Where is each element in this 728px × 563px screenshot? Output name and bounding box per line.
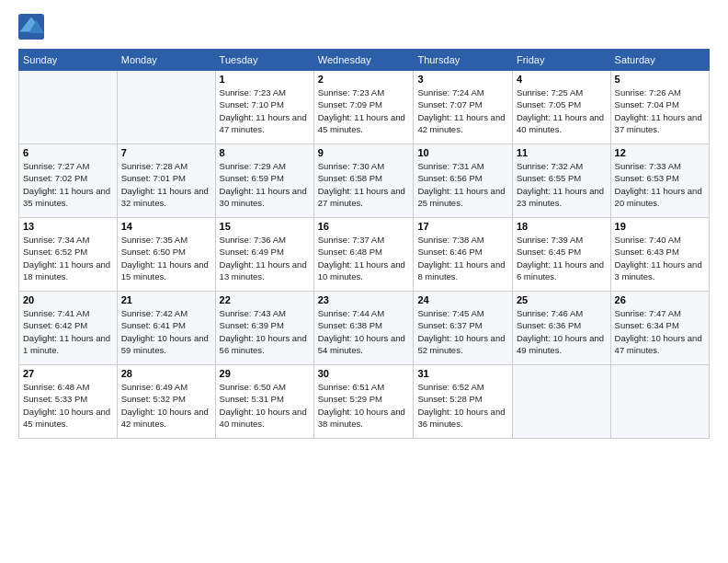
calendar-cell: 31Sunrise: 6:52 AM Sunset: 5:28 PM Dayli… <box>414 365 513 439</box>
calendar-cell: 17Sunrise: 7:38 AM Sunset: 6:46 PM Dayli… <box>414 218 513 292</box>
day-number: 7 <box>121 147 211 158</box>
day-info: Sunrise: 7:47 AM Sunset: 6:34 PM Dayligh… <box>615 307 705 356</box>
calendar-header: SundayMondayTuesdayWednesdayThursdayFrid… <box>19 50 710 71</box>
calendar-cell: 28Sunrise: 6:49 AM Sunset: 5:32 PM Dayli… <box>117 365 215 439</box>
calendar-cell: 1Sunrise: 7:23 AM Sunset: 7:10 PM Daylig… <box>215 71 313 144</box>
calendar-cell: 10Sunrise: 7:31 AM Sunset: 6:56 PM Dayli… <box>414 144 513 218</box>
day-info: Sunrise: 7:44 AM Sunset: 6:38 PM Dayligh… <box>318 307 410 356</box>
calendar-week-2: 6Sunrise: 7:27 AM Sunset: 7:02 PM Daylig… <box>19 144 710 218</box>
calendar-cell: 21Sunrise: 7:42 AM Sunset: 6:41 PM Dayli… <box>117 292 215 365</box>
day-info: Sunrise: 7:24 AM Sunset: 7:07 PM Dayligh… <box>417 86 508 135</box>
day-number: 6 <box>23 147 113 158</box>
calendar-table: SundayMondayTuesdayWednesdayThursdayFrid… <box>18 49 710 439</box>
day-number: 8 <box>220 147 310 158</box>
calendar-cell: 24Sunrise: 7:45 AM Sunset: 6:37 PM Dayli… <box>414 292 513 365</box>
day-info: Sunrise: 6:50 AM Sunset: 5:31 PM Dayligh… <box>220 381 310 430</box>
day-info: Sunrise: 7:45 AM Sunset: 6:37 PM Dayligh… <box>417 307 508 356</box>
day-number: 12 <box>615 147 705 158</box>
day-number: 30 <box>318 368 410 379</box>
calendar-cell: 29Sunrise: 6:50 AM Sunset: 5:31 PM Dayli… <box>215 365 313 439</box>
calendar-cell: 22Sunrise: 7:43 AM Sunset: 6:39 PM Dayli… <box>215 292 313 365</box>
day-info: Sunrise: 7:25 AM Sunset: 7:05 PM Dayligh… <box>517 86 607 135</box>
day-info: Sunrise: 7:39 AM Sunset: 6:45 PM Dayligh… <box>517 234 607 282</box>
calendar-cell: 14Sunrise: 7:35 AM Sunset: 6:50 PM Dayli… <box>117 218 215 292</box>
day-number: 15 <box>220 221 310 232</box>
weekday-header-thursday: Thursday <box>414 50 513 71</box>
day-info: Sunrise: 7:43 AM Sunset: 6:39 PM Dayligh… <box>220 307 310 356</box>
day-info: Sunrise: 7:23 AM Sunset: 7:09 PM Dayligh… <box>318 86 410 135</box>
day-number: 3 <box>417 74 508 85</box>
day-info: Sunrise: 7:36 AM Sunset: 6:49 PM Dayligh… <box>220 234 310 282</box>
calendar-cell: 27Sunrise: 6:48 AM Sunset: 5:33 PM Dayli… <box>19 365 118 439</box>
calendar-cell <box>610 365 709 439</box>
day-info: Sunrise: 7:32 AM Sunset: 6:55 PM Dayligh… <box>517 160 607 209</box>
day-info: Sunrise: 7:35 AM Sunset: 6:50 PM Dayligh… <box>121 234 211 282</box>
day-info: Sunrise: 7:38 AM Sunset: 6:46 PM Dayligh… <box>417 234 508 282</box>
day-number: 4 <box>517 74 607 85</box>
day-number: 22 <box>220 294 310 305</box>
weekday-header-friday: Friday <box>512 50 610 71</box>
calendar-body: 1Sunrise: 7:23 AM Sunset: 7:10 PM Daylig… <box>19 71 710 439</box>
day-number: 2 <box>318 74 410 85</box>
day-info: Sunrise: 7:40 AM Sunset: 6:43 PM Dayligh… <box>615 234 705 282</box>
day-number: 24 <box>417 294 508 305</box>
day-number: 27 <box>23 368 113 379</box>
calendar-cell: 20Sunrise: 7:41 AM Sunset: 6:42 PM Dayli… <box>19 292 118 365</box>
day-number: 9 <box>318 147 410 158</box>
calendar-cell: 30Sunrise: 6:51 AM Sunset: 5:29 PM Dayli… <box>313 365 414 439</box>
calendar-cell: 25Sunrise: 7:46 AM Sunset: 6:36 PM Dayli… <box>512 292 610 365</box>
calendar-cell: 15Sunrise: 7:36 AM Sunset: 6:49 PM Dayli… <box>215 218 313 292</box>
weekday-header-row: SundayMondayTuesdayWednesdayThursdayFrid… <box>19 50 710 71</box>
day-info: Sunrise: 7:46 AM Sunset: 6:36 PM Dayligh… <box>517 307 607 356</box>
day-info: Sunrise: 7:23 AM Sunset: 7:10 PM Dayligh… <box>220 86 310 135</box>
calendar-week-3: 13Sunrise: 7:34 AM Sunset: 6:52 PM Dayli… <box>19 218 710 292</box>
day-info: Sunrise: 7:31 AM Sunset: 6:56 PM Dayligh… <box>417 160 508 209</box>
logo-icon <box>18 14 44 40</box>
calendar-cell: 6Sunrise: 7:27 AM Sunset: 7:02 PM Daylig… <box>19 144 118 218</box>
day-number: 18 <box>517 221 607 232</box>
calendar-cell: 16Sunrise: 7:37 AM Sunset: 6:48 PM Dayli… <box>313 218 414 292</box>
day-info: Sunrise: 6:48 AM Sunset: 5:33 PM Dayligh… <box>23 381 113 430</box>
day-number: 28 <box>121 368 211 379</box>
calendar-cell: 9Sunrise: 7:30 AM Sunset: 6:58 PM Daylig… <box>313 144 414 218</box>
day-number: 23 <box>318 294 410 305</box>
calendar-cell: 13Sunrise: 7:34 AM Sunset: 6:52 PM Dayli… <box>19 218 118 292</box>
day-number: 31 <box>417 368 508 379</box>
day-number: 20 <box>23 294 113 305</box>
calendar-cell: 11Sunrise: 7:32 AM Sunset: 6:55 PM Dayli… <box>512 144 610 218</box>
weekday-header-tuesday: Tuesday <box>215 50 313 71</box>
day-info: Sunrise: 7:30 AM Sunset: 6:58 PM Dayligh… <box>318 160 410 209</box>
day-info: Sunrise: 6:49 AM Sunset: 5:32 PM Dayligh… <box>121 381 211 430</box>
day-info: Sunrise: 7:34 AM Sunset: 6:52 PM Dayligh… <box>23 234 113 282</box>
calendar-week-1: 1Sunrise: 7:23 AM Sunset: 7:10 PM Daylig… <box>19 71 710 144</box>
day-number: 11 <box>517 147 607 158</box>
calendar-cell <box>117 71 215 144</box>
calendar-cell: 3Sunrise: 7:24 AM Sunset: 7:07 PM Daylig… <box>414 71 513 144</box>
calendar-cell: 18Sunrise: 7:39 AM Sunset: 6:45 PM Dayli… <box>512 218 610 292</box>
day-info: Sunrise: 7:28 AM Sunset: 7:01 PM Dayligh… <box>121 160 211 209</box>
logo <box>18 14 46 40</box>
calendar-cell: 8Sunrise: 7:29 AM Sunset: 6:59 PM Daylig… <box>215 144 313 218</box>
day-number: 16 <box>318 221 410 232</box>
calendar-cell: 5Sunrise: 7:26 AM Sunset: 7:04 PM Daylig… <box>610 71 709 144</box>
page: SundayMondayTuesdayWednesdayThursdayFrid… <box>0 0 728 563</box>
day-number: 1 <box>220 74 310 85</box>
calendar-cell <box>19 71 118 144</box>
weekday-header-monday: Monday <box>117 50 215 71</box>
day-info: Sunrise: 7:37 AM Sunset: 6:48 PM Dayligh… <box>318 234 410 282</box>
calendar-week-5: 27Sunrise: 6:48 AM Sunset: 5:33 PM Dayli… <box>19 365 710 439</box>
day-number: 26 <box>615 294 705 305</box>
calendar-cell: 19Sunrise: 7:40 AM Sunset: 6:43 PM Dayli… <box>610 218 709 292</box>
calendar-cell: 26Sunrise: 7:47 AM Sunset: 6:34 PM Dayli… <box>610 292 709 365</box>
calendar-week-4: 20Sunrise: 7:41 AM Sunset: 6:42 PM Dayli… <box>19 292 710 365</box>
day-info: Sunrise: 6:51 AM Sunset: 5:29 PM Dayligh… <box>318 381 410 430</box>
day-info: Sunrise: 7:29 AM Sunset: 6:59 PM Dayligh… <box>220 160 310 209</box>
calendar-cell: 2Sunrise: 7:23 AM Sunset: 7:09 PM Daylig… <box>313 71 414 144</box>
calendar-cell <box>512 365 610 439</box>
day-info: Sunrise: 7:33 AM Sunset: 6:53 PM Dayligh… <box>615 160 705 209</box>
calendar-cell: 7Sunrise: 7:28 AM Sunset: 7:01 PM Daylig… <box>117 144 215 218</box>
calendar-cell: 12Sunrise: 7:33 AM Sunset: 6:53 PM Dayli… <box>610 144 709 218</box>
day-number: 5 <box>615 74 705 85</box>
day-number: 17 <box>417 221 508 232</box>
calendar-cell: 23Sunrise: 7:44 AM Sunset: 6:38 PM Dayli… <box>313 292 414 365</box>
